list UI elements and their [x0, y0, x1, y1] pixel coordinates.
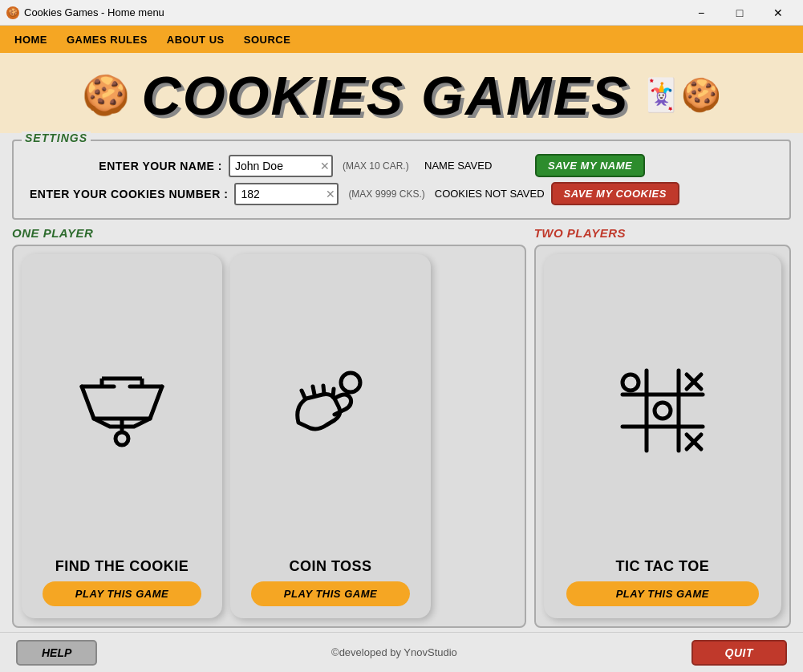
find-the-cookie-card: FIND THE COOKIE PLAY THIS GAME: [22, 254, 222, 618]
svg-point-17: [623, 374, 639, 391]
menu-item-source[interactable]: SOURCE: [236, 29, 299, 51]
tic-tac-toe-title: TIC TAC TOE: [615, 558, 709, 575]
svg-line-12: [302, 391, 305, 398]
svg-line-10: [323, 386, 324, 394]
save-cookies-button[interactable]: SAVE MY COOKIES: [551, 182, 679, 205]
maximize-button[interactable]: □: [721, 3, 758, 22]
help-button[interactable]: HELP: [16, 640, 97, 666]
settings-section: SETTINGS ENTER YOUR NAME : ✕ (MAX 10 CAR…: [12, 140, 791, 220]
svg-point-3: [116, 432, 128, 445]
two-player-section: TWO PLAYERS: [534, 226, 791, 628]
coin-toss-card: COIN TOSS PLAY THIS GAME: [230, 254, 431, 618]
menu-item-home[interactable]: HOME: [6, 29, 55, 51]
card-icon-right: 🃏🍪: [641, 76, 721, 114]
settings-label: SETTINGS: [22, 132, 91, 144]
header: 🍪 COOKIES GAMES 🃏🍪: [0, 53, 803, 133]
find-the-cookie-icon: [34, 270, 210, 550]
quit-button[interactable]: QUIT: [691, 640, 787, 666]
svg-point-8: [341, 373, 360, 392]
one-player-body: FIND THE COOKIE PLAY THIS GAME: [12, 245, 526, 628]
name-input[interactable]: [229, 155, 333, 177]
menu-item-games-rules[interactable]: GAMES RULES: [59, 29, 156, 51]
footer: HELP ©developed by YnovStudio QUIT: [0, 632, 803, 672]
one-player-header: ONE PLAYER: [12, 226, 526, 240]
tic-tac-toe-card: TIC TAC TOE PLAY THIS GAME: [544, 254, 781, 618]
cookies-row: ENTER YOUR COOKIES NUMBER : ✕ (MAX 9999 …: [30, 182, 773, 205]
header-logo: 🍪 COOKIES GAMES 🃏🍪: [82, 64, 722, 127]
find-the-cookie-title: FIND THE COOKIE: [55, 558, 189, 575]
cookies-input-wrap: ✕: [234, 183, 339, 205]
name-max-label: (MAX 10 CAR.): [343, 160, 415, 172]
tic-tac-toe-icon: [556, 270, 769, 550]
two-player-body: TIC TAC TOE PLAY THIS GAME: [534, 245, 791, 628]
window-title: Cookies Games - Home menu: [24, 6, 164, 18]
two-player-header: TWO PLAYERS: [534, 226, 791, 240]
svg-line-9: [313, 387, 314, 395]
cookies-status: COOKIES NOT SAVED: [435, 188, 545, 200]
name-clear-button[interactable]: ✕: [320, 160, 330, 172]
menu-bar: HOME GAMES RULES ABOUT US SOURCE: [0, 26, 803, 53]
menu-item-about-us[interactable]: ABOUT US: [159, 29, 233, 51]
footer-credit: ©developed by YnovStudio: [331, 646, 457, 658]
name-label: ENTER YOUR NAME :: [30, 160, 222, 172]
app-icon: 🍪: [6, 6, 19, 19]
cookies-max-label: (MAX 9999 CKS.): [348, 188, 424, 200]
svg-line-11: [333, 389, 334, 397]
title-bar-controls: − □ ✕: [683, 3, 797, 22]
cookies-label: ENTER YOUR COOKIES NUMBER :: [30, 188, 228, 200]
find-the-cookie-play-button[interactable]: PLAY THIS GAME: [43, 581, 201, 606]
tic-tac-toe-play-button[interactable]: PLAY THIS GAME: [566, 581, 759, 606]
coin-toss-title: COIN TOSS: [289, 558, 371, 575]
title-bar: 🍪 Cookies Games - Home menu − □ ✕: [0, 0, 803, 26]
title-bar-left: 🍪 Cookies Games - Home menu: [6, 6, 164, 19]
close-button[interactable]: ✕: [760, 3, 797, 22]
coin-toss-play-button[interactable]: PLAY THIS GAME: [251, 581, 410, 606]
cookies-clear-button[interactable]: ✕: [326, 188, 335, 200]
cookies-input[interactable]: [234, 183, 339, 205]
app-title: COOKIES GAMES: [142, 64, 630, 127]
cookie-icon-left: 🍪: [82, 73, 130, 118]
minimize-button[interactable]: −: [683, 3, 720, 22]
main-content: 🍪 COOKIES GAMES 🃏🍪 SETTINGS ENTER YOUR N…: [0, 53, 803, 672]
one-player-section: ONE PLAYER: [12, 226, 526, 628]
coin-toss-icon: [242, 270, 419, 550]
games-area: ONE PLAYER: [0, 226, 803, 632]
name-row: ENTER YOUR NAME : ✕ (MAX 10 CAR.) NAME S…: [30, 154, 773, 177]
name-status: NAME SAVED: [424, 160, 529, 172]
name-input-wrap: ✕: [229, 155, 333, 177]
save-name-button[interactable]: SAVE MY NAME: [535, 154, 645, 177]
svg-point-20: [655, 403, 671, 419]
